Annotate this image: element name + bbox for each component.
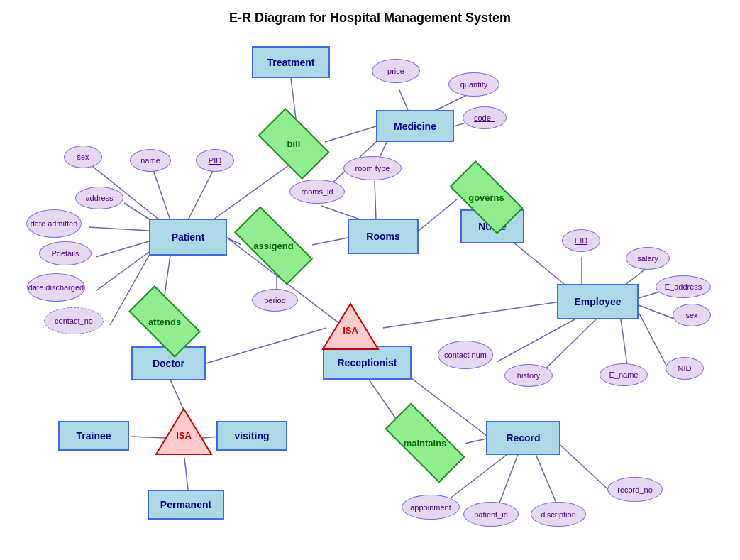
svg-line-37 [383, 302, 560, 328]
svg-line-17 [312, 238, 348, 245]
relationship-attends: attends [132, 303, 197, 340]
svg-line-9 [151, 164, 170, 220]
attr-rooms-id: rooms_id [289, 180, 345, 204]
attr-address: address [75, 187, 123, 209]
attr-pid: PID [196, 149, 234, 172]
attr-discription: discription [531, 502, 586, 527]
attr-date-discharged: date discharged [27, 273, 85, 302]
attr-appoinment: appoinment [402, 495, 460, 520]
svg-line-13 [96, 241, 149, 257]
relationship-governs: governs [453, 179, 520, 216]
svg-line-25 [639, 292, 660, 298]
isa-doctor: ISA [155, 407, 213, 456]
svg-line-1 [325, 126, 376, 142]
entity-employee: Employee [557, 284, 639, 319]
attr-date-admitted: date admitted [26, 209, 82, 238]
attr-patient-id: patient_id [463, 502, 519, 527]
svg-line-36 [184, 458, 188, 490]
entity-treatment: Treatment [252, 46, 330, 78]
attr-e-name: E_name [600, 363, 648, 386]
svg-line-19 [321, 206, 362, 220]
isa-employee: ISA [321, 302, 380, 351]
er-diagram-canvas: E-R Diagram for Hospital Management Syst… [0, 0, 740, 560]
entity-rooms: Rooms [348, 219, 419, 254]
svg-line-20 [419, 199, 458, 231]
entity-receptionist: Receptionist [323, 346, 412, 380]
svg-line-30 [497, 319, 575, 362]
entity-visiting: visiting [216, 421, 287, 451]
relationship-maintains: maintains [387, 424, 463, 461]
attr-contact-no: contact_no [44, 307, 104, 334]
svg-line-26 [639, 305, 678, 320]
attr-quantity: quantity [448, 72, 499, 97]
attr-eid: EID [562, 229, 600, 252]
entity-medicine: Medicine [376, 110, 454, 142]
entity-trainee: Trainee [58, 421, 129, 451]
svg-line-18 [375, 181, 376, 220]
svg-line-27 [639, 312, 670, 373]
entity-record: Record [486, 421, 560, 455]
attr-sex-emp: sex [673, 304, 711, 326]
attr-e-address: E_address [656, 275, 711, 298]
svg-line-39 [206, 328, 326, 363]
attr-nid: NID [666, 357, 704, 380]
entity-permanent: Permanent [148, 490, 224, 520]
svg-line-14 [96, 252, 149, 291]
attr-record-no: record_no [607, 477, 663, 502]
attr-salary: salary [626, 247, 670, 270]
relationship-bill: bill [263, 124, 325, 163]
diagram-title: E-R Diagram for Hospital Management Syst… [0, 11, 740, 26]
attr-code: code_ [463, 106, 507, 129]
attr-room-type: room type [343, 156, 402, 180]
connection-lines [0, 0, 740, 560]
relationship-assigend: assigend [236, 227, 311, 264]
svg-line-45 [553, 439, 614, 495]
attr-pdetails: Pdetails [39, 241, 92, 265]
attr-price: price [372, 59, 420, 83]
attr-name: name [130, 149, 171, 172]
attr-history: history [504, 364, 553, 387]
svg-line-10 [188, 164, 216, 220]
svg-line-12 [89, 227, 149, 231]
attr-contact-num: contact num [438, 341, 493, 369]
attr-sex: sex [64, 146, 102, 168]
attr-period: period [252, 289, 298, 312]
svg-line-3 [399, 89, 408, 110]
entity-patient: Patient [149, 219, 227, 256]
